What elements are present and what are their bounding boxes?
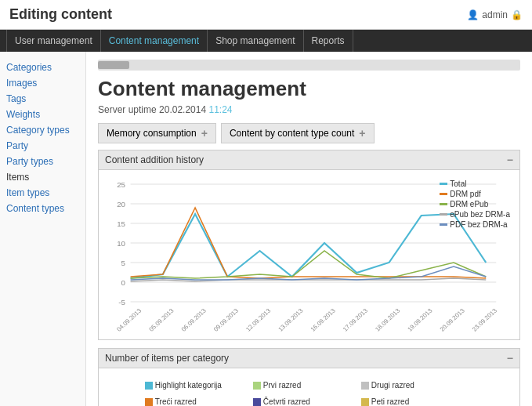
- items-per-category-panel: Number of items per category −: [98, 348, 520, 406]
- legend-dot-total: [440, 183, 447, 185]
- chart1-body: 25 20 15 10 5 0 -5: [99, 170, 519, 339]
- sidebar-item-images[interactable]: Images: [6, 75, 79, 91]
- sidebar-item-item-types[interactable]: Item types: [6, 185, 79, 201]
- svg-text:10: 10: [117, 239, 125, 248]
- svg-text:5: 5: [121, 259, 125, 267]
- svg-text:06.09.2013: 06.09.2013: [180, 307, 208, 333]
- legend-epub-bez: ePub bez DRM-a: [440, 210, 510, 219]
- pie-legend-drugi: Drugi razred: [361, 381, 463, 390]
- sidebar: Categories Images Tags Weights Category …: [0, 52, 86, 406]
- scrollbar[interactable]: [98, 60, 520, 71]
- svg-text:18.09.2013: 18.09.2013: [374, 307, 401, 333]
- sidebar-item-items[interactable]: Items: [6, 169, 79, 185]
- content-by-type-btn[interactable]: Content by content type count +: [221, 123, 375, 143]
- legend-dot-pdf-bez: [440, 223, 447, 226]
- svg-text:05.09.2013: 05.09.2013: [147, 307, 175, 333]
- plus-icon-2: +: [359, 127, 365, 140]
- svg-text:20.09.2013: 20.09.2013: [438, 307, 465, 333]
- sidebar-item-category-types[interactable]: Category types: [6, 122, 79, 138]
- svg-text:15: 15: [117, 219, 125, 228]
- legend-dot-epub-bez: [440, 213, 447, 216]
- svg-text:0: 0: [121, 278, 125, 287]
- sidebar-item-categories[interactable]: Categories: [6, 60, 79, 75]
- svg-text:12.09.2013: 12.09.2013: [244, 307, 272, 333]
- svg-text:20: 20: [117, 200, 125, 208]
- pie-dot-treci: [145, 398, 153, 406]
- sidebar-item-weights[interactable]: Weights: [6, 107, 79, 122]
- svg-text:-5: -5: [118, 298, 125, 306]
- sidebar-item-content-types[interactable]: Content types: [6, 201, 79, 216]
- nav-reports[interactable]: Reports: [304, 30, 353, 52]
- main-content: Content management Server uptime 20.02.2…: [86, 52, 532, 406]
- pie-legend: Highlight kategorija Prvi razred Drugi r…: [145, 381, 507, 406]
- pie-legend-cetvrti: Četvrti razred: [253, 397, 355, 406]
- page-heading: Editing content: [9, 6, 112, 23]
- svg-text:13.09.2013: 13.09.2013: [277, 307, 304, 333]
- svg-text:17.09.2013: 17.09.2013: [342, 307, 369, 333]
- legend-drm-epub: DRM ePub: [440, 200, 510, 208]
- sidebar-item-party[interactable]: Party: [6, 138, 79, 154]
- legend-total: Total: [440, 179, 510, 188]
- pie-dot-peti: [361, 398, 369, 406]
- content-management-title: Content management: [98, 77, 520, 101]
- server-uptime: Server uptime 20.02.2014 11:24: [98, 104, 520, 115]
- pie-legend-row: Highlight kategorija Prvi razred Drugi r…: [145, 381, 507, 406]
- pie-dot-prvi: [253, 382, 261, 390]
- chart1-header: Content addition history −: [99, 150, 519, 170]
- pie-dot-cetvrti: [253, 398, 261, 406]
- chart1-collapse-btn[interactable]: −: [507, 154, 513, 166]
- pie-legend-peti: Peti razred: [361, 397, 463, 406]
- chart2-header: Number of items per category −: [99, 349, 519, 368]
- pie-legend-treci: Treći razred: [145, 397, 247, 406]
- scrollbar-thumb[interactable]: [98, 61, 129, 69]
- plus-icon-1: +: [201, 127, 208, 140]
- pie-chart-svg: 73 31 14: [111, 381, 136, 406]
- legend-dot-drm-pdf: [440, 193, 447, 195]
- memory-consumption-btn[interactable]: Memory consumption +: [98, 123, 216, 143]
- svg-text:19.09.2013: 19.09.2013: [406, 307, 433, 333]
- pie-legend-highlight: Highlight kategorija: [145, 381, 247, 390]
- pie-legend-prvi: Prvi razred: [253, 381, 355, 390]
- pie-section: 73 31 14 Highlight kategorija: [105, 375, 513, 406]
- username: admin: [482, 9, 508, 20]
- svg-text:23.09.2013: 23.09.2013: [471, 307, 498, 333]
- chart1-legend: Total DRM pdf DRM ePub ePub bez DRM: [440, 179, 510, 230]
- sidebar-item-tags[interactable]: Tags: [6, 91, 79, 107]
- lock-icon: 🔒: [511, 9, 523, 20]
- svg-text:04.09.2013: 04.09.2013: [115, 307, 143, 333]
- pie-dot-drugi: [361, 382, 369, 390]
- svg-text:16.09.2013: 16.09.2013: [309, 307, 337, 333]
- nav-shop-management[interactable]: Shop management: [208, 30, 303, 52]
- nav-user-management[interactable]: User management: [6, 30, 101, 52]
- chart2-collapse-btn[interactable]: −: [507, 352, 513, 364]
- chart1-title: Content addition history: [105, 154, 204, 165]
- chart2-body: 73 31 14 Highlight kategorija: [99, 368, 519, 406]
- user-info: 👤 admin 🔒: [467, 9, 523, 20]
- user-icon: 👤: [467, 9, 479, 20]
- navbar: User management Content management Shop …: [0, 30, 532, 52]
- svg-text:09.09.2013: 09.09.2013: [212, 307, 240, 333]
- sidebar-item-party-types[interactable]: Party types: [6, 154, 79, 169]
- chart2-title: Number of items per category: [105, 353, 229, 364]
- legend-drm-pdf: DRM pdf: [440, 190, 510, 198]
- content-addition-history-panel: Content addition history − 2: [98, 150, 520, 340]
- svg-text:25: 25: [117, 180, 125, 189]
- legend-dot-drm-epub: [440, 203, 447, 205]
- layout: Categories Images Tags Weights Category …: [0, 52, 532, 406]
- line-chart: 25 20 15 10 5 0 -5: [105, 176, 513, 333]
- pie-dot-highlight: [145, 382, 153, 390]
- legend-pdf-bez: PDF bez DRM-a: [440, 220, 510, 229]
- widget-buttons-row: Memory consumption + Content by content …: [98, 123, 520, 143]
- header: Editing content 👤 admin 🔒: [0, 0, 532, 30]
- nav-content-management[interactable]: Content management: [101, 30, 208, 52]
